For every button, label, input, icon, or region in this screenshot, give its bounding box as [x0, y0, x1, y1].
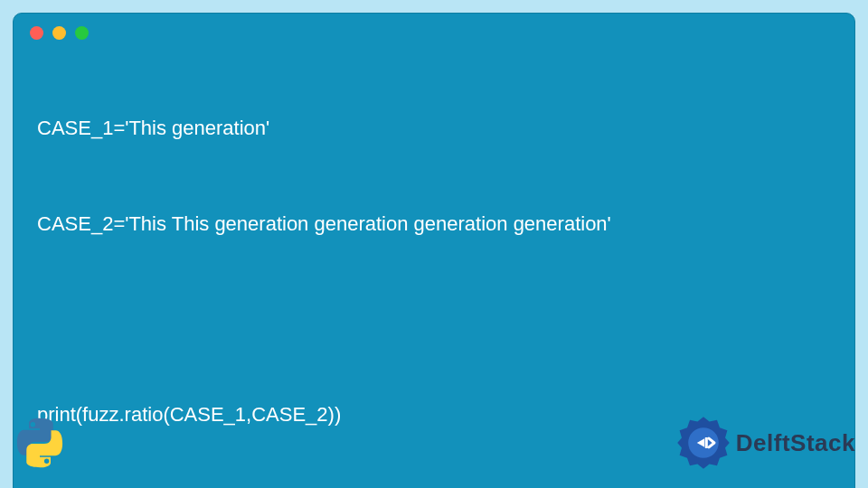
brand: DelftStack [676, 416, 855, 470]
code-line: CASE_2='This This generation generation … [37, 208, 835, 239]
footer: DelftStack [13, 416, 855, 470]
python-icon [13, 416, 67, 470]
window-titlebar [14, 14, 854, 47]
minimize-icon[interactable] [52, 26, 66, 40]
brand-name: DelftStack [736, 429, 855, 457]
code-line: CASE_1='This generation' [37, 112, 835, 144]
code-line [37, 304, 835, 335]
maximize-icon[interactable] [75, 26, 89, 40]
brand-seal-icon [676, 416, 731, 470]
close-icon[interactable] [30, 26, 43, 40]
svg-rect-2 [705, 437, 708, 448]
